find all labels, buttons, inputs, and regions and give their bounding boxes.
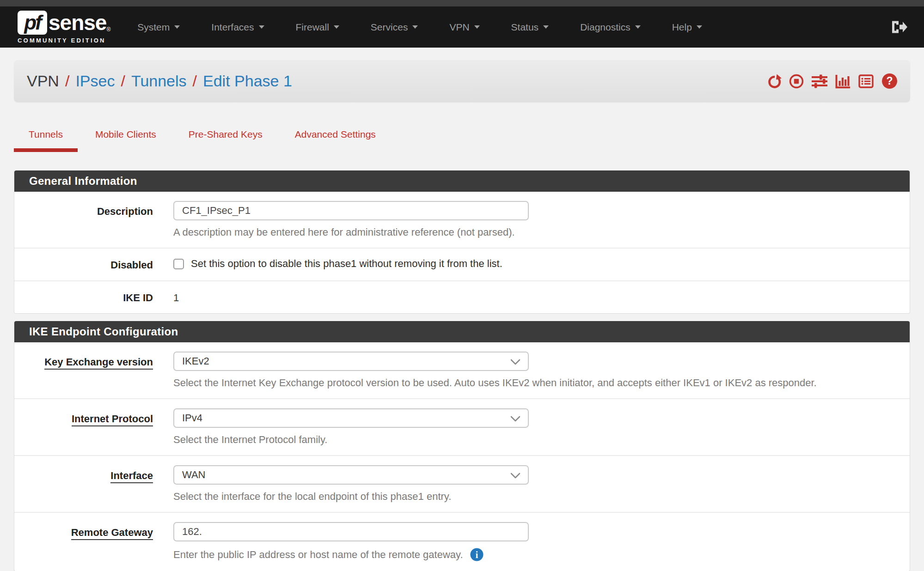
chevron-down-icon (697, 25, 702, 29)
menu-item-help[interactable]: Help (656, 6, 718, 48)
chevron-down-icon (510, 473, 520, 479)
refresh-icon (766, 73, 782, 89)
status-graph-button[interactable] (835, 73, 851, 89)
window-top-strip (0, 0, 924, 6)
chevron-down-icon (412, 25, 418, 29)
ike-id-value: 1 (173, 291, 910, 304)
page-action-icons: ? (766, 73, 898, 90)
logo-subtitle: COMMUNITY EDITION (18, 37, 110, 44)
sliders-button[interactable] (811, 73, 828, 89)
form-row-remote-gateway: Remote Gateway Enter the public IP addre… (14, 513, 910, 571)
sliders-icon (811, 73, 828, 89)
breadcrumb-separator: / (121, 72, 125, 90)
chevron-down-icon (510, 416, 520, 422)
pfsense-logo-name: sense (49, 12, 106, 33)
main-menu: System Interfaces Firewall Services VPN … (122, 6, 718, 48)
form-row-key-exchange-version: Key Exchange version IKEv2 Select the In… (14, 342, 910, 399)
form-row-interface: Interface WAN Select the interface for t… (14, 456, 910, 513)
breadcrumb-link-tunnels[interactable]: Tunnels (131, 72, 187, 90)
chevron-down-icon (259, 25, 264, 29)
breadcrumb-link-ipsec[interactable]: IPsec (75, 72, 115, 90)
remote-gateway-input[interactable] (173, 522, 529, 541)
panel-general-information: General Information Description A descri… (14, 170, 910, 314)
menu-item-label: Help (672, 22, 692, 33)
disabled-checkbox[interactable] (173, 259, 184, 269)
svg-text:i: i (475, 550, 478, 560)
selected-value: IPv4 (182, 412, 202, 424)
pfsense-logo[interactable]: pf sense ® COMMUNITY EDITION (18, 11, 110, 44)
menu-item-interfaces[interactable]: Interfaces (196, 6, 280, 48)
internet-protocol-help: Select the Internet Protocol family. (173, 434, 910, 446)
ipsec-tabs: Tunnels Mobile Clients Pre-Shared Keys A… (14, 125, 910, 152)
help-icon: ? (881, 73, 898, 90)
key-exchange-version-select[interactable]: IKEv2 (173, 352, 529, 371)
info-button[interactable]: i (470, 547, 484, 562)
chevron-down-icon (174, 25, 180, 29)
svg-text:?: ? (886, 75, 893, 87)
log-button[interactable] (858, 73, 874, 89)
chevron-down-icon (334, 25, 339, 29)
chevron-down-icon (543, 25, 549, 29)
internet-protocol-select[interactable]: IPv4 (173, 408, 529, 428)
registered-mark: ® (106, 26, 110, 33)
remote-gateway-help-text: Enter the public IP address or host name… (173, 549, 463, 561)
stop-icon (789, 73, 804, 89)
panel-ike-endpoint-configuration: IKE Endpoint Configuration Key Exchange … (14, 321, 910, 571)
key-exchange-version-label: Key Exchange version (14, 352, 153, 389)
breadcrumb-bar: VPN / IPsec / Tunnels / Edit Phase 1 (14, 60, 910, 102)
breadcrumb-link-edit-phase-1[interactable]: Edit Phase 1 (203, 72, 292, 90)
menu-item-status[interactable]: Status (496, 6, 565, 48)
breadcrumb-root: VPN (27, 72, 59, 90)
top-navbar: pf sense ® COMMUNITY EDITION System Inte… (0, 0, 924, 48)
menu-item-label: Interfaces (211, 22, 254, 33)
disabled-label: Disabled (14, 258, 153, 271)
menu-item-label: Firewall (296, 22, 329, 33)
form-row-description: Description A description may be entered… (14, 192, 910, 249)
menu-item-label: Status (511, 22, 539, 33)
menu-item-vpn[interactable]: VPN (434, 6, 495, 48)
tab-mobile-clients[interactable]: Mobile Clients (80, 125, 171, 152)
menu-item-label: Services (371, 22, 408, 33)
form-row-disabled: Disabled Set this option to disable this… (14, 249, 910, 281)
breadcrumb-separator: / (193, 72, 197, 90)
menu-item-diagnostics[interactable]: Diagnostics (564, 6, 656, 48)
selected-value: WAN (182, 469, 206, 481)
interface-select[interactable]: WAN (173, 465, 529, 485)
key-exchange-version-help: Select the Internet Key Exchange protoco… (173, 377, 910, 389)
ike-id-label: IKE ID (14, 291, 153, 304)
form-row-internet-protocol: Internet Protocol IPv4 Select the Intern… (14, 399, 910, 456)
list-icon (858, 73, 874, 89)
menu-item-services[interactable]: Services (355, 6, 434, 48)
description-label: Description (14, 201, 153, 238)
description-help: A description may be entered here for ad… (173, 226, 910, 238)
menu-item-firewall[interactable]: Firewall (280, 6, 355, 48)
chevron-down-icon (510, 359, 520, 365)
bar-chart-icon (835, 73, 851, 89)
panel-title: General Information (14, 170, 910, 192)
pfsense-logo-mark: pf (18, 11, 47, 35)
menu-item-label: VPN (449, 22, 469, 33)
tab-tunnels[interactable]: Tunnels (14, 125, 78, 152)
form-row-ike-id: IKE ID 1 (14, 281, 910, 313)
remote-gateway-help: Enter the public IP address or host name… (173, 547, 910, 562)
internet-protocol-label: Internet Protocol (14, 408, 153, 446)
selected-value: IKEv2 (182, 355, 209, 367)
interface-label: Interface (14, 465, 153, 503)
remote-gateway-label: Remote Gateway (14, 522, 153, 562)
refresh-button[interactable] (766, 73, 782, 89)
interface-help: Select the interface for the local endpo… (173, 491, 910, 503)
chevron-down-icon (474, 25, 480, 29)
sign-out-button[interactable] (885, 20, 913, 34)
tab-pre-shared-keys[interactable]: Pre-Shared Keys (174, 125, 277, 152)
sign-out-icon (891, 20, 907, 34)
disabled-checkbox-label: Set this option to disable this phase1 w… (191, 258, 502, 270)
tab-advanced-settings[interactable]: Advanced Settings (280, 125, 391, 152)
breadcrumb: VPN / IPsec / Tunnels / Edit Phase 1 (27, 72, 292, 90)
description-input[interactable] (173, 201, 529, 220)
menu-item-system[interactable]: System (122, 6, 196, 48)
breadcrumb-separator: / (65, 72, 69, 90)
panel-title: IKE Endpoint Configuration (14, 321, 910, 342)
help-button[interactable]: ? (881, 73, 898, 90)
menu-item-label: Diagnostics (580, 22, 630, 33)
stop-button[interactable] (789, 73, 804, 89)
